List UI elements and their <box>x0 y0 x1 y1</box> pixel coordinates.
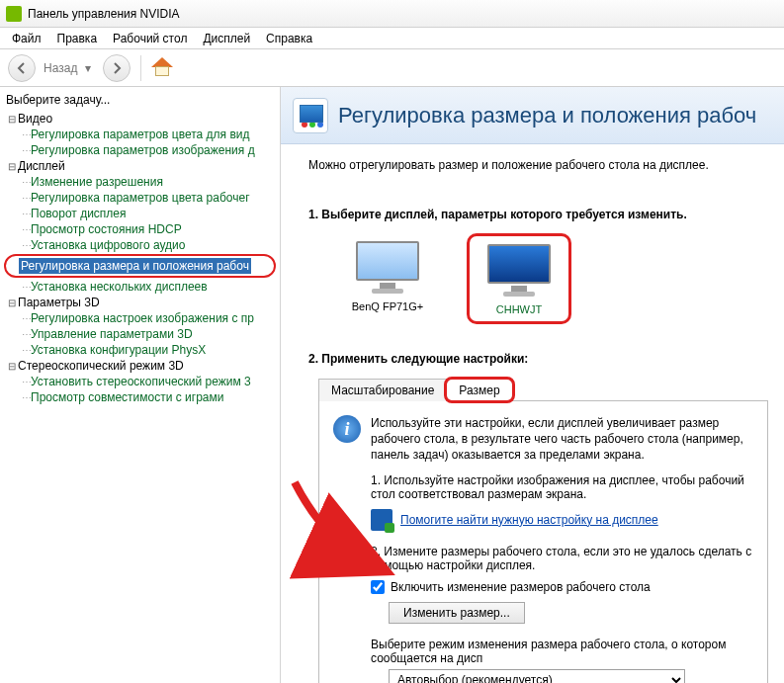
tree-item[interactable]: ⋯Установить стереоскопический режим 3 <box>2 374 278 389</box>
sidebar: Выберите задачу... ⊟ Видео ⋯Регулировка … <box>0 87 281 683</box>
tree-cat-display[interactable]: ⊟ Дисплей <box>2 158 278 174</box>
forward-button[interactable] <box>103 54 131 82</box>
back-button[interactable] <box>8 54 36 82</box>
tree-item[interactable]: ⋯Регулировка настроек изображения с пр <box>2 310 278 326</box>
nav-toolbar: Назад ▾ <box>0 49 784 87</box>
tree-item[interactable]: ⋯Просмотр совместимости с играми <box>2 389 278 405</box>
tree-item[interactable]: ⋯Установка нескольких дисплеев <box>2 279 278 295</box>
menu-desktop[interactable]: Рабочий стол <box>105 30 195 47</box>
tree-item[interactable]: ⋯Управление параметрами 3D <box>2 326 278 342</box>
tree-item[interactable]: ⋯Установка конфигурации PhysX <box>2 342 278 358</box>
tabs: Масштабирование Размер <box>318 378 768 401</box>
enable-resize-checkbox[interactable] <box>371 580 385 594</box>
substep-1: 1. Используйте настройки изображения на … <box>371 473 755 501</box>
tree-item-selected[interactable]: ⋯Регулировка размера и положения рабоч <box>4 254 276 278</box>
tree-item[interactable]: ⋯Установка цифрового аудио <box>2 237 278 253</box>
collapse-icon[interactable]: ⊟ <box>6 361 18 372</box>
window-title: Панель управления NVIDIA <box>28 7 180 21</box>
help-link[interactable]: Помогите найти нужную настройку на диспл… <box>400 513 658 527</box>
header-icon <box>293 98 328 133</box>
tab-panel-size: i Используйте эти настройки, если диспле… <box>318 401 768 683</box>
tree-item[interactable]: ⋯Регулировка параметров цвета рабочег <box>2 190 278 206</box>
menubar: Файл Правка Рабочий стол Дисплей Справка <box>0 28 784 49</box>
display-list: BenQ FP71G+ CHHWJT <box>338 233 768 324</box>
collapse-icon[interactable]: ⊟ <box>6 161 18 172</box>
menu-help[interactable]: Справка <box>258 30 320 47</box>
main-header: Регулировка размера и положения рабоч <box>281 87 784 144</box>
tree-cat-3d[interactable]: ⊟ Параметры 3D <box>2 295 278 310</box>
tree-item[interactable]: ⋯Регулировка параметров цвета для вид <box>2 127 278 142</box>
tab-size[interactable]: Размер <box>446 379 512 401</box>
collapse-icon[interactable]: ⊟ <box>6 298 18 308</box>
display-settings-icon <box>371 509 392 531</box>
mode-note: Выберите режим изменения размера рабочег… <box>371 638 755 665</box>
home-icon[interactable] <box>151 57 173 79</box>
tree-item[interactable]: ⋯Поворот дисплея <box>2 206 278 221</box>
monitor-icon <box>481 242 557 298</box>
tree-cat-stereo[interactable]: ⊟ Стереоскопический режим 3D <box>2 358 278 374</box>
tree-item[interactable]: ⋯Просмотр состояния HDCP <box>2 221 278 237</box>
titlebar: Панель управления NVIDIA <box>0 0 784 28</box>
nvidia-icon <box>6 6 22 22</box>
sidebar-title: Выберите задачу... <box>2 91 278 111</box>
display-label: CHHWJT <box>496 303 542 315</box>
back-label: Назад <box>44 61 77 75</box>
substep-2: 2. Измените размеры рабочего стола, если… <box>371 545 755 572</box>
menu-edit[interactable]: Правка <box>49 30 106 47</box>
step2-title: 2. Применить следующие настройки: <box>308 352 768 366</box>
step1-title: 1. Выберите дисплей, параметры которого … <box>308 208 768 221</box>
intro-text: Можно отрегулировать размер и положение … <box>308 158 768 172</box>
task-tree: ⊟ Видео ⋯Регулировка параметров цвета дл… <box>2 111 278 405</box>
menu-display[interactable]: Дисплей <box>195 30 258 47</box>
display-item-1[interactable]: BenQ FP71G+ <box>338 233 437 324</box>
resize-button[interactable]: Изменить размер... <box>389 602 525 624</box>
collapse-icon[interactable]: ⊟ <box>6 114 18 125</box>
menu-file[interactable]: Файл <box>4 30 49 47</box>
resize-mode-select[interactable]: Автовыбор (рекомендуется) <box>389 669 685 683</box>
tab-scaling[interactable]: Масштабирование <box>318 379 447 401</box>
main-panel: Регулировка размера и положения рабоч Мо… <box>281 87 784 683</box>
display-item-2[interactable]: CHHWJT <box>467 233 571 324</box>
enable-resize-label: Включить изменение размеров рабочего сто… <box>391 580 651 594</box>
monitor-icon <box>350 239 425 295</box>
tree-item[interactable]: ⋯Регулировка параметров изображения д <box>2 142 278 158</box>
tree-item[interactable]: ⋯Изменение разрешения <box>2 174 278 190</box>
info-icon: i <box>333 415 361 443</box>
page-title: Регулировка размера и положения рабоч <box>338 103 756 128</box>
display-label: BenQ FP71G+ <box>352 300 423 312</box>
tree-cat-video[interactable]: ⊟ Видео <box>2 111 278 127</box>
back-dropdown-icon[interactable]: ▾ <box>85 61 99 75</box>
nav-separator <box>140 55 141 81</box>
info-text: Используйте эти настройки, если дисплей … <box>371 415 755 464</box>
